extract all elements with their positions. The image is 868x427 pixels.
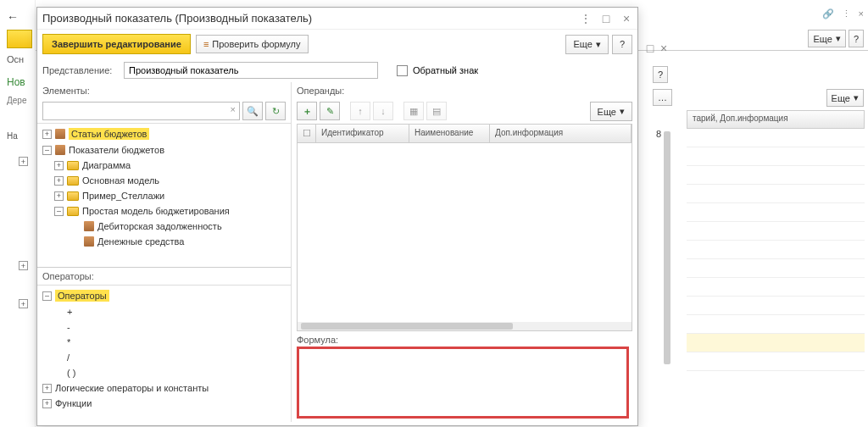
check-column: ☐ [298,125,316,142]
right-grid-header: тарий, Доп.информация [687,110,865,129]
new-label-peek: Нов [7,76,25,88]
expander-icon[interactable]: + [42,384,52,393]
formula-icon: ≡ [203,39,209,49]
expander-peek[interactable]: + [19,261,28,270]
tree-item-example-racks[interactable]: + Пример_Стеллажи [37,188,291,203]
arrow-up-icon: ↑ [358,106,363,116]
tree-item-simple-model[interactable]: – Простая модель бюджетирования [37,203,291,219]
tree-item-cash[interactable]: Денежные средства [37,234,291,249]
cube-icon [55,129,65,139]
name-column[interactable]: Наименование [409,125,490,142]
plus-icon: ＋ [303,105,312,118]
expander-icon[interactable]: + [54,191,64,201]
back-icon[interactable]: ← [7,10,19,24]
expander-peek[interactable]: + [19,299,28,308]
operator-minus[interactable]: - [37,319,291,335]
left-peek-panel: ← Осн Нов Дере На + + + [0,0,36,427]
add-button[interactable]: ＋ [297,102,317,120]
right-grid-peek: тарий, Доп.информация [687,110,865,424]
expander-icon[interactable]: + [54,161,64,170]
extra-column[interactable]: Доп.информация [490,125,632,142]
folder-icon [67,176,79,186]
reverse-sign-checkbox[interactable] [397,65,408,76]
main-toolbar: Завершить редактирование ≡ Проверить фор… [37,30,637,58]
pencil-icon: ✎ [326,106,334,117]
close-icon[interactable]: × [620,13,632,25]
representation-label: Представление: [42,65,119,75]
expander-peek[interactable]: + [19,157,28,166]
tree-item-diagram[interactable]: + Диаграмма [37,158,291,173]
formula-editor[interactable] [297,347,629,419]
dialog-title: Производный показатель (Производный пока… [42,12,580,25]
maximize-icon-mid[interactable]: □ [644,42,656,54]
tree-item-logical[interactable]: + Логические операторы и константы [37,380,291,396]
operator-div[interactable]: / [37,350,291,365]
link-icon[interactable]: 🔗 [822,8,834,19]
tree-item-functions[interactable]: + Функции [37,396,291,411]
maximize-icon[interactable]: □ [600,13,612,25]
column-label-peek: На [7,131,18,141]
tree-label-peek: Дере [7,96,26,105]
check-formula-button[interactable]: ≡ Проверить формулу [196,35,309,53]
refresh-icon: ↻ [272,106,280,117]
folder-icon [67,191,79,201]
title-bar: Производный показатель (Производный пока… [37,8,637,30]
more-button[interactable]: Еще ▾ [565,35,608,54]
operands-label: Операнды: [292,82,637,99]
tree-item-main-model[interactable]: + Основная модель [37,173,291,188]
expander-icon[interactable]: – [42,146,52,155]
expander-icon[interactable]: + [54,176,64,186]
tree-item-budget-indicators[interactable]: – Показатели бюджетов [37,142,291,158]
cube-icon [84,236,94,247]
expander-icon[interactable]: – [42,291,52,301]
edit-button[interactable]: ✎ [320,102,340,120]
operator-mult[interactable]: * [37,335,291,350]
operands-more-button[interactable]: Еще ▾ [590,102,632,121]
expander-icon[interactable]: – [54,207,64,216]
finish-edit-button[interactable]: Завершить редактирование [42,34,191,54]
operators-tree: – Операторы + - * / ( ) + Логические опе… [37,285,291,413]
search-button[interactable]: 🔍 [242,102,263,120]
tree-item-operators-root[interactable]: – Операторы [37,287,291,304]
horizontal-scrollbar[interactable] [298,322,632,330]
grid-body[interactable] [298,143,632,322]
grid-view-button[interactable]: ▦ [403,102,424,120]
elements-tree: + Статьи бюджетов – Показатели бюджетов … [37,123,291,267]
elements-search-input[interactable]: × [42,102,240,120]
elements-label: Элементы: [37,82,291,99]
save-button-peek[interactable] [7,30,32,48]
help-button-bg[interactable]: ? [849,30,864,47]
move-down-button[interactable]: ↓ [373,102,393,120]
help-button-mid[interactable]: ? [653,66,668,83]
ellipsis-button-mid[interactable]: … [653,89,672,106]
clear-icon[interactable]: × [231,104,236,114]
operands-grid: ☐ Идентификатор Наименование Доп.информа… [297,124,632,331]
tree-item-budget-articles[interactable]: + Статьи бюджетов [37,125,291,142]
representation-input[interactable] [124,62,378,79]
arrow-down-icon: ↓ [381,106,386,116]
tree-item-receivables[interactable]: Дебиторская задолженность [37,219,291,234]
numeric-value: 8 [644,129,661,139]
kebab-icon[interactable]: ⋮ [580,13,592,25]
list-view-button[interactable]: ▤ [426,102,447,120]
cube-icon [55,145,65,155]
operand-toolbar: ＋ ✎ ↑ ↓ ▦ ▤ Еще ▾ [292,99,637,124]
move-up-button[interactable]: ↑ [350,102,370,120]
help-button[interactable]: ? [612,35,632,54]
more-button-right[interactable]: Еще ▾ [826,89,864,107]
more-button-bg[interactable]: Еще ▾ [808,30,845,47]
expander-icon[interactable]: + [42,130,52,139]
magnifier-icon: 🔍 [247,106,259,117]
refresh-button[interactable]: ↻ [265,102,286,120]
main-dialog: Производный показатель (Производный пока… [36,7,638,426]
close-icon[interactable]: × [859,8,864,19]
expander-icon[interactable]: + [42,399,52,408]
cube-icon [84,221,94,231]
kebab-icon[interactable]: ⋮ [842,8,851,19]
close-icon-mid[interactable]: × [658,42,670,54]
operator-plus[interactable]: + [37,304,291,319]
id-column[interactable]: Идентификатор [316,125,409,142]
operator-paren[interactable]: ( ) [37,365,291,380]
scrollbar-mid[interactable] [664,131,670,364]
tab-main-peek[interactable]: Осн [7,54,24,64]
